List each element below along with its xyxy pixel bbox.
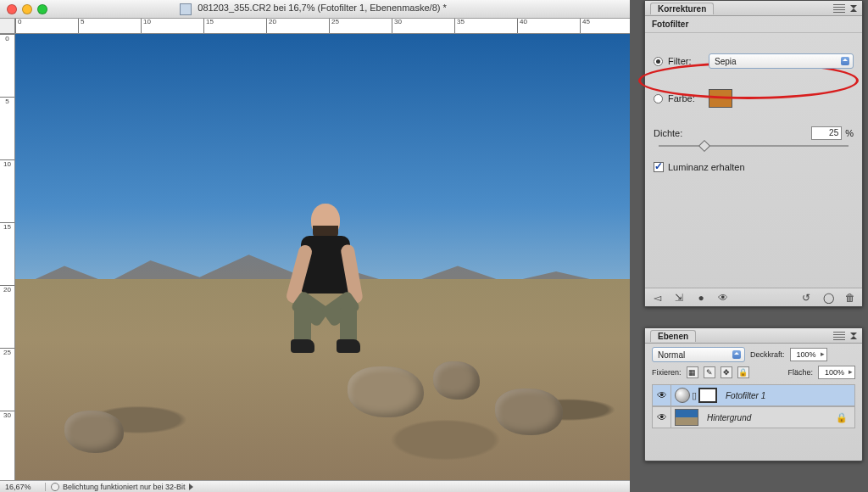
korrekturen-header[interactable]: Korrekturen xyxy=(645,1,862,16)
filter-radio[interactable] xyxy=(654,57,663,66)
visibility-icon[interactable]: 👁 xyxy=(716,292,730,304)
flaeche-input[interactable]: 100% xyxy=(818,366,855,379)
deckkraft-value: 100% xyxy=(796,350,815,359)
panel-menu-icon[interactable] xyxy=(833,4,845,13)
blend-mode-value: Normal xyxy=(658,350,685,360)
traffic-lights xyxy=(0,4,47,14)
clip-icon[interactable]: ● xyxy=(694,292,708,304)
subject-person xyxy=(286,204,362,382)
dichte-slider[interactable] xyxy=(659,145,849,147)
dichte-pct: % xyxy=(845,128,854,138)
korrekturen-subtitle: Fotofilter xyxy=(645,16,862,33)
filter-select[interactable]: Sepia xyxy=(709,53,854,69)
horizontal-ruler[interactable]: 051015202530354045 xyxy=(15,19,630,34)
window-title-text: 081203_355.CR2 bei 16,7% (Fotofilter 1, … xyxy=(198,3,447,13)
canvas-image xyxy=(15,34,630,480)
previous-icon[interactable]: ◯ xyxy=(821,292,835,304)
document-icon xyxy=(180,3,192,15)
document-window: 081203_355.CR2 bei 16,7% (Fotofilter 1, … xyxy=(0,0,630,492)
layer-visibility-icon[interactable]: 👁 xyxy=(653,407,671,428)
window-titlebar: 081203_355.CR2 bei 16,7% (Fotofilter 1, … xyxy=(0,0,630,19)
korrekturen-body: Filter: Sepia Farbe: Dichte: 25 % xyxy=(645,33,862,288)
status-icon xyxy=(51,483,59,491)
layer-thumb-icon[interactable] xyxy=(675,409,698,426)
dichte-slider-thumb[interactable] xyxy=(698,140,710,152)
status-info[interactable]: Belichtung funktioniert nur bei 32-Bit xyxy=(46,483,198,491)
lock-pixels-icon[interactable]: ✎ xyxy=(704,366,715,378)
status-bar: 16,67% Belichtung funktioniert nur bei 3… xyxy=(0,480,630,492)
minimize-window-button[interactable] xyxy=(22,4,32,14)
korrekturen-footer: ◅ ⇲ ● 👁 ↺ ◯ 🗑 xyxy=(645,288,862,306)
canvas[interactable] xyxy=(15,34,630,480)
expand-icon[interactable]: ⇲ xyxy=(672,292,686,304)
farbe-label: Farbe: xyxy=(668,93,709,103)
layer-name[interactable]: Fotofilter 1 xyxy=(726,391,765,400)
farbe-swatch[interactable] xyxy=(709,89,732,108)
ruler-origin[interactable] xyxy=(0,19,15,34)
flaeche-label: Fläche: xyxy=(787,368,813,377)
blend-mode-select[interactable]: Normal xyxy=(652,347,745,362)
filter-select-value: Sepia xyxy=(715,57,737,66)
panel-collapse-icon[interactable] xyxy=(849,4,857,13)
dichte-input[interactable]: 25 xyxy=(811,126,842,140)
lock-icon: 🔒 xyxy=(836,412,848,423)
deckkraft-label: Deckkraft: xyxy=(750,350,785,359)
lock-transparency-icon[interactable]: ▦ xyxy=(687,366,698,378)
close-window-button[interactable] xyxy=(7,4,17,14)
dichte-label: Dichte: xyxy=(654,128,694,138)
mask-thumb-icon[interactable] xyxy=(698,388,717,403)
farbe-radio[interactable] xyxy=(654,94,663,103)
zoom-window-button[interactable] xyxy=(37,4,47,14)
layer-visibility-icon[interactable]: 👁 xyxy=(653,385,671,405)
ebenen-tab[interactable]: Ebenen xyxy=(650,330,696,342)
window-title: 081203_355.CR2 bei 16,7% (Fotofilter 1, … xyxy=(47,3,630,14)
luminanz-checkbox[interactable] xyxy=(654,162,664,172)
link-icon[interactable]: ▯ xyxy=(692,390,697,401)
layer-hintergrund[interactable]: 👁 Hintergrund 🔒 xyxy=(652,406,855,428)
flaeche-value: 100% xyxy=(825,368,844,377)
luminanz-label: Luminanz erhalten xyxy=(668,162,745,172)
korrekturen-tab[interactable]: Korrekturen xyxy=(650,3,714,14)
ebenen-header[interactable]: Ebenen xyxy=(645,328,862,344)
layer-fotofilter1[interactable]: 👁 ▯ Fotofilter 1 xyxy=(652,384,855,406)
ebenen-body: Normal Deckkraft: 100% Fixieren: ▦ ✎ ✥ 🔒… xyxy=(645,344,862,461)
lock-all-icon[interactable]: 🔒 xyxy=(737,366,749,378)
layer-name[interactable]: Hintergrund xyxy=(707,413,751,422)
panel-collapse-icon[interactable] xyxy=(849,332,857,340)
zoom-level[interactable]: 16,67% xyxy=(0,483,46,491)
vertical-ruler[interactable]: 051015202530 xyxy=(0,34,15,480)
panel-menu-icon[interactable] xyxy=(833,332,845,340)
lock-position-icon[interactable]: ✥ xyxy=(721,366,732,378)
deckkraft-input[interactable]: 100% xyxy=(790,348,827,361)
ebenen-panel: Ebenen Normal Deckkraft: 100% Fixieren: … xyxy=(644,327,863,461)
reset-icon[interactable]: ↺ xyxy=(799,292,813,304)
status-info-text: Belichtung funktioniert nur bei 32-Bit xyxy=(63,483,186,491)
filter-label: Filter: xyxy=(668,56,709,66)
status-expand-icon xyxy=(189,484,193,490)
fixieren-label: Fixieren: xyxy=(652,368,682,377)
back-icon[interactable]: ◅ xyxy=(650,292,664,304)
korrekturen-panel: Korrekturen Fotofilter Filter: Sepia Far… xyxy=(644,0,863,307)
adjustment-thumb-icon[interactable] xyxy=(675,388,690,403)
trash-icon[interactable]: 🗑 xyxy=(843,292,857,304)
